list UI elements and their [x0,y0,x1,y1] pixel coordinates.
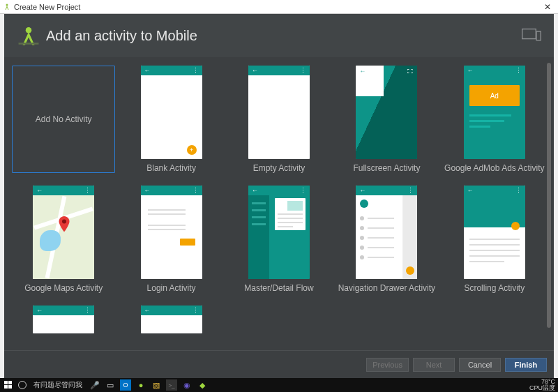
taskbar-search-text[interactable]: 有问题尽管问我 [31,380,85,390]
android-studio-icon [3,3,11,11]
tile-label: Add No Activity [36,114,92,124]
tile-label: Google AdMob Ads Activity [444,163,544,173]
app-icon-1[interactable]: ● [135,379,146,391]
tile-label: Scrolling Activity [464,283,525,293]
tile-login-activity[interactable]: ←⋮ Login Activity [117,186,225,304]
os-titlebar: Create New Project ✕ [0,0,558,14]
dialog-footer: Previous Next Cancel Finish [4,350,554,378]
svg-rect-2 [19,43,39,45]
admob-ad-badge: Ad [469,85,520,106]
svg-rect-4 [536,31,541,40]
page-title: Add an activity to Mobile [46,28,197,44]
svg-rect-8 [4,385,8,389]
os-taskbar: 有问题尽管问我 🎤 ▭ O ● ▧ >_ ◉ ◆ 78°C CPU温度 [0,378,558,392]
svg-rect-3 [522,29,536,39]
svg-rect-7 [8,381,12,384]
tile-navigation-drawer-activity[interactable]: ←⋮ Navigation Drawer Activity [333,186,440,304]
cancel-button[interactable]: Cancel [459,358,501,372]
tile-admob-activity[interactable]: ←⋮ Ad Google AdMob Ads Activity [441,66,548,184]
tile-fullscreen-activity[interactable]: ← ⛶ Fullscreen Activity [333,66,440,184]
tile-label: Master/Detail Flow [244,283,313,293]
cortana-icon[interactable] [18,381,27,389]
tile-partial-1[interactable]: ←⋮ [10,306,117,333]
terminal-icon[interactable]: >_ [166,379,177,391]
tile-add-no-activity[interactable]: Add No Activity [10,66,117,184]
android-studio-taskbar-icon[interactable]: ◆ [197,379,208,391]
svg-rect-9 [8,385,12,389]
tile-google-maps-activity[interactable]: ←⋮ Google Maps Activity [10,186,117,304]
next-button[interactable]: Next [413,358,455,372]
tile-label: Login Activity [147,283,196,293]
svg-point-5 [62,220,66,224]
file-explorer-icon[interactable]: ▧ [151,379,162,391]
system-tray-temp: 78°C CPU温度 [529,379,555,391]
windows-start-icon[interactable] [3,379,14,391]
tile-label: Blank Activity [146,163,196,173]
activity-gallery: Add No Activity ←⋮ + Blank Activity ←⋮ E… [4,57,554,350]
outlook-icon[interactable]: O [120,379,131,391]
tile-empty-activity[interactable]: ←⋮ Empty Activity [225,66,333,184]
finish-button[interactable]: Finish [505,358,547,372]
android-studio-logo-icon [17,24,40,47]
tile-label: Google Maps Activity [24,283,103,293]
dialog-window: Add an activity to Mobile Add No Activit… [4,14,554,378]
tile-label: Navigation Drawer Activity [338,283,435,293]
gallery-scrollbar[interactable] [547,63,551,328]
cpu-temp-label: CPU温度 [529,385,555,391]
task-view-icon[interactable]: ▭ [105,379,116,391]
tile-label: Empty Activity [253,163,306,173]
previous-button[interactable]: Previous [366,358,409,372]
svg-rect-6 [4,381,8,384]
tile-label: Fullscreen Activity [353,163,420,173]
mic-icon[interactable]: 🎤 [89,379,100,391]
eclipse-icon[interactable]: ◉ [181,379,193,391]
device-form-factor-icon [522,27,541,46]
tile-scrolling-activity[interactable]: ←⋮ Scrolling Activity [441,186,548,304]
tile-partial-2[interactable]: ←⋮ [117,306,225,333]
close-icon[interactable]: ✕ [540,2,555,12]
tile-blank-activity[interactable]: ←⋮ + Blank Activity [117,66,225,184]
dialog-header: Add an activity to Mobile [4,14,554,57]
window-title: Create New Project [14,3,80,11]
tile-master-detail-flow[interactable]: ←⋮ Master/Detail Flow [225,186,333,304]
